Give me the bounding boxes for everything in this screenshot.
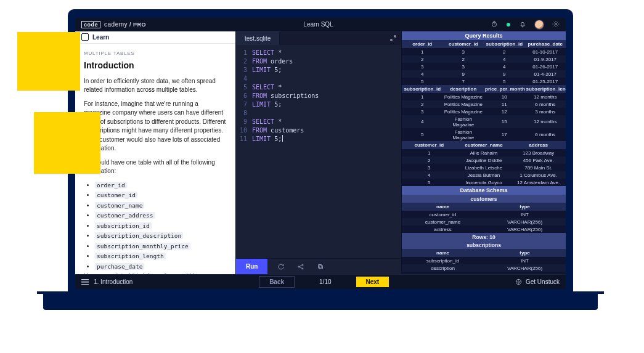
footer: 1. Introduction Back 1/10 Next Get Unstu… — [75, 274, 566, 289]
avatar[interactable] — [535, 20, 544, 29]
lesson-field-list: order_idcustomer_idcustomer_namecustomer… — [84, 181, 227, 272]
tab-learn[interactable]: Learn — [75, 31, 235, 44]
schema-row-count: Rows: 10 — [402, 233, 566, 241]
table-row: 3Lizabeth Letsche789 Main St. — [402, 164, 566, 171]
col-header: type — [484, 203, 566, 211]
menu-icon[interactable] — [81, 279, 89, 285]
lesson-field-item: subscription_id — [95, 222, 227, 231]
editor-tab[interactable]: test.sqlite — [236, 31, 280, 45]
brand-rest: cademy/ PRO — [104, 21, 146, 28]
workarea: Learn MULTIPLE TABLES Introduction In or… — [75, 31, 566, 274]
gear-icon[interactable] — [552, 20, 560, 29]
expand-icon[interactable] — [385, 31, 401, 45]
topbar-icons — [491, 20, 560, 29]
result-table: order_idcustomer_idsubscription_idpurcha… — [402, 40, 566, 85]
table-row: 4Fashion Magazine1512 months — [402, 115, 566, 128]
svg-point-4 — [302, 268, 303, 269]
table-row: addressVARCHAR(256) — [402, 225, 566, 233]
table-row: 5Inocencia Goyco12 Amsterdam Ave. — [402, 179, 566, 186]
table-row: 1Politics Magazine1012 months — [402, 93, 566, 100]
table-row: 2Politics Magazine116 months — [402, 100, 566, 108]
schema-table-name: customers — [402, 195, 566, 203]
laptop-base — [43, 293, 598, 310]
table-row: descriptionVARCHAR(256) — [402, 264, 566, 272]
brand: code cademy/ PRO — [81, 21, 146, 28]
lesson-field-item: customer_address — [95, 211, 227, 221]
result-table: nametypesubscription_idINTdescriptionVAR… — [402, 249, 566, 274]
col-header: name — [402, 249, 484, 257]
app-screen: code cademy/ PRO Learn SQL Learn — [75, 18, 566, 289]
svg-rect-6 — [319, 264, 322, 268]
timer-icon[interactable] — [491, 20, 498, 29]
table-row: 22401-9-2017 — [402, 55, 566, 63]
svg-point-8 — [518, 281, 520, 283]
copy-icon[interactable] — [314, 263, 327, 270]
result-table: subscription_iddescriptionprice_per_mont… — [402, 85, 566, 141]
col-header: subscription_length — [525, 85, 566, 93]
lesson-kicker: MULTIPLE TABLES — [84, 50, 227, 57]
col-header: address — [511, 141, 566, 149]
col-header: order_id — [402, 40, 443, 48]
col-header: type — [484, 249, 566, 257]
col-header: customer_name — [457, 141, 512, 149]
lesson-para: We could have one table with all of the … — [84, 158, 227, 176]
col-header: description — [443, 85, 484, 93]
back-button[interactable]: Back — [259, 276, 295, 288]
svg-point-1 — [555, 23, 557, 25]
refresh-icon[interactable] — [275, 263, 287, 270]
code-area[interactable]: 1SELECT *2FROM orders3LIMIT 5;45SELECT *… — [236, 45, 401, 258]
brand-box: code — [81, 21, 100, 28]
table-row: 57501-25-2017 — [402, 78, 566, 85]
col-header: name — [402, 203, 484, 211]
lesson-heading: Introduction — [84, 59, 227, 71]
table-row: subscription_idINT — [402, 257, 566, 264]
table-row: 4Jessia Butman1 Columbus Ave. — [402, 171, 566, 179]
svg-point-2 — [298, 266, 300, 267]
col-header: customer_id — [443, 40, 484, 48]
table-row: customer_nameVARCHAR(256) — [402, 218, 566, 225]
course-title: Learn SQL — [146, 21, 491, 28]
progress-indicator: 1/10 — [319, 278, 331, 285]
laptop-bezel: code cademy/ PRO Learn SQL Learn — [68, 9, 573, 293]
lesson-field-item: subscription_length — [95, 252, 227, 261]
table-row: customer_idINT — [402, 211, 566, 218]
svg-point-3 — [302, 264, 303, 266]
run-button[interactable]: Run — [236, 259, 267, 274]
result-table: nametypecustomer_idINTcustomer_nameVARCH… — [402, 203, 566, 233]
lesson-field-item: purchase_date — [95, 262, 227, 272]
schema-header: Database Schema — [402, 186, 566, 195]
lesson-para: For instance, imagine that we're running… — [84, 100, 227, 153]
editor-pane: test.sqlite 1SELECT *2FROM orders3LIMIT … — [235, 31, 402, 274]
get-unstuck-button[interactable]: Get Unstuck — [515, 278, 560, 285]
lesson-field-item: subscription_description — [95, 232, 227, 241]
table-row: 49901-4-2017 — [402, 70, 566, 78]
next-button[interactable]: Next — [356, 277, 389, 287]
bell-icon[interactable] — [519, 20, 526, 29]
sticky-note — [34, 112, 100, 174]
col-header: subscription_id — [484, 40, 525, 48]
query-results-header: Query Results — [402, 31, 566, 40]
editor-tabs: test.sqlite — [236, 31, 401, 45]
table-row: 1Allie Rahalm123 Broadway — [402, 149, 566, 156]
lesson-field-item: customer_name — [95, 201, 227, 211]
results-pane[interactable]: Query Resultsorder_idcustomer_idsubscrip… — [402, 31, 566, 274]
lesson-field-item: subscription_monthly_price — [95, 242, 227, 251]
topbar: code cademy/ PRO Learn SQL — [75, 18, 566, 31]
col-header: price_per_month — [484, 85, 525, 93]
schema-table-name: subscriptions — [402, 241, 566, 249]
lesson-field-item: order_id — [95, 181, 227, 190]
result-table: customer_idcustomer_nameaddress1Allie Ra… — [402, 141, 566, 186]
share-icon[interactable] — [295, 263, 307, 270]
breadcrumb[interactable]: 1. Introduction — [81, 278, 132, 285]
lesson-field-item: customer_id — [95, 191, 227, 200]
table-row: 13201-10-2017 — [402, 48, 566, 55]
table-row: 3Politics Magazine123 months — [402, 108, 566, 115]
col-header: purchase_date — [525, 40, 566, 48]
col-header: subscription_id — [402, 85, 443, 93]
table-row: 5Fashion Magazine176 months — [402, 128, 566, 141]
svg-rect-5 — [319, 266, 323, 269]
table-row: 2Jacquline Diddle456 Park Ave. — [402, 156, 566, 164]
status-dot-icon — [507, 23, 510, 26]
lesson-para: In order to efficiently store data, we o… — [84, 77, 227, 95]
table-row: 33401-26-2017 — [402, 63, 566, 70]
